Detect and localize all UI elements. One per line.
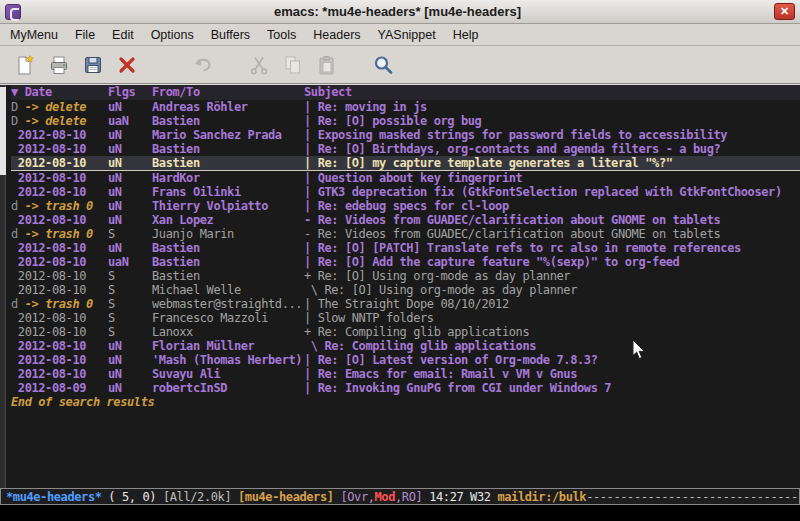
message-row[interactable]: 2012-08-10uNHardKor| Question about key … [11,171,800,185]
scrollbar-thumb[interactable] [0,87,6,175]
message-row[interactable]: 2012-08-10uNBastien| Re: [O] [PATCH] Tra… [11,241,800,255]
window-close-button[interactable]: ✕ [774,3,795,20]
message-row[interactable]: 2012-08-10uNFrans Oilinki| GTK3 deprecat… [11,185,800,199]
menu-item-headers[interactable]: Headers [313,28,360,42]
modeline-segment: maildir:/bulk [497,490,586,504]
message-subject: | GTK3 deprecation fix (GtkFontSelection… [304,185,800,199]
copy-icon [282,54,304,76]
undo-button[interactable] [186,50,220,80]
save-button[interactable] [76,50,110,80]
message-row[interactable]: 2012-08-10uN'Mash (Thomas Herbert)| Re: … [11,353,800,367]
message-flags: S [108,325,152,339]
message-flags: uN [108,128,152,142]
mode-line: *mu4e-headers* ( 5, 0) [All/2.0k] [mu4e-… [0,488,800,505]
message-row[interactable]: 2012-08-10SFrancesco Mazzoli| Slow NNTP … [11,311,800,325]
message-from: Michael Welle [152,283,304,297]
menu-item-edit[interactable]: Edit [112,28,134,42]
paste-icon [316,54,338,76]
message-from: Andreas Röhler [152,100,304,114]
modeline-segment: [Ovr, [340,490,374,504]
column-header-from[interactable]: From/To [152,85,304,100]
cut-icon [248,54,270,76]
message-flags: uaN [108,114,152,128]
message-date: 2012-08-10 [11,142,108,156]
message-date: 2012-08-10 [11,128,108,142]
message-flags: uN [108,142,152,156]
message-subject: | Re: [O] Latest version of Org-mode 7.8… [304,353,800,367]
message-row[interactable]: 2012-08-10uNSuvayu Ali| Re: Emacs for em… [11,367,800,381]
message-row[interactable]: d -> trash 0uNThierry Volpiatto| Re: ede… [11,199,800,213]
message-from: Lanoxx [152,325,304,339]
modeline-segment: [All/2.0k] [163,490,238,504]
mark-action: -> trash 0 [25,297,93,311]
menu-item-help[interactable]: Help [453,28,479,42]
message-date: 2012-08-10 [11,283,108,297]
close-buffer-button[interactable] [110,50,144,80]
menu-item-buffers[interactable]: Buffers [211,28,250,42]
message-row[interactable]: 2012-08-10uNMario Sanchez Prada| Exposin… [11,128,800,142]
paste-button[interactable] [310,50,344,80]
message-row[interactable]: D -> deleteuaNBastien| Re: [O] possible … [11,114,800,128]
modeline-segment: 14:27 W32 [429,490,497,504]
message-row[interactable]: 2012-08-10SBastien+ Re: [O] Using org-mo… [11,269,800,283]
message-flags: S [108,297,152,311]
message-date: 2012-08-10 [11,339,108,353]
message-row[interactable]: d -> trash 0Swebmaster@straightd...| The… [11,297,800,311]
menu-bar: MyMenuFileEditOptionsBuffersToolsHeaders… [0,24,800,46]
message-list: D -> deleteuNAndreas Röhler| Re: moving … [11,100,800,395]
print-button[interactable] [42,50,76,80]
new-file-button[interactable] [8,50,42,80]
message-row[interactable]: 2012-08-10uNBastien| Re: [O] my capture … [11,156,800,171]
title-bar: emacs: *mu4e-headers* [mu4e-headers] ✕ [0,0,800,24]
message-row[interactable]: d -> trash 0SJuanjo Marin- Re: Videos fr… [11,227,800,241]
cut-button[interactable] [242,50,276,80]
search-icon [372,54,394,76]
column-header-subject[interactable]: Subject [304,85,800,100]
message-row[interactable]: D -> deleteuNAndreas Röhler| Re: moving … [11,100,800,114]
message-subject: | Re: [O] Birthdays, org-contacts and ag… [304,142,800,156]
modeline-segment: ( 5, 0) [102,490,163,504]
message-date: 2012-08-10 [11,185,108,199]
message-flags: uN [108,381,152,395]
message-row[interactable]: 2012-08-10uNFlorian Müllner \ Re: Compil… [11,339,800,353]
message-mark: D -> delete [11,100,108,114]
message-row[interactable]: 2012-08-10SLanoxx+ Re: Compiling glib ap… [11,325,800,339]
menu-item-tools[interactable]: Tools [267,28,296,42]
minibuffer[interactable] [0,505,800,521]
message-row[interactable]: 2012-08-10uNBastien| Re: [O] Birthdays, … [11,142,800,156]
message-flags: uN [108,100,152,114]
message-from: Bastien [152,255,304,269]
mark-action: -> trash 0 [25,199,93,213]
message-flags: uN [108,171,152,185]
mark-char: D [11,114,25,128]
message-row[interactable]: 2012-08-10uNXan Lopez- Re: Videos from G… [11,213,800,227]
menu-item-mymenu[interactable]: MyMenu [10,28,58,42]
save-icon [82,54,104,76]
search-button[interactable] [366,50,400,80]
column-header-flags[interactable]: Flgs [108,85,152,100]
message-from: Bastien [152,269,304,283]
message-date: 2012-08-10 [11,325,108,339]
scrollbar[interactable] [0,85,6,488]
message-subject: | Question about key fingerprint [304,171,800,185]
copy-button[interactable] [276,50,310,80]
message-date: 2012-08-10 [11,241,108,255]
print-icon [48,54,70,76]
toolbar [0,46,800,84]
message-subject: \ Re: Compiling glib applications [304,339,800,353]
message-subject: | Re: moving in js [304,100,800,114]
column-header-row: ▼ Date Flgs From/To Subject [11,85,800,100]
message-mark: D -> delete [11,114,108,128]
message-row[interactable]: 2012-08-10SMichael Welle \ Re: [O] Using… [11,283,800,297]
message-subject: | Re: [O] [PATCH] Translate refs to rc a… [304,241,800,255]
message-row[interactable]: 2012-08-10uaNBastien| Re: [O] Add the ca… [11,255,800,269]
mark-char: d [11,199,25,213]
message-row[interactable]: 2012-08-09uNrobertcInSD| Re: Invoking Gn… [11,381,800,395]
message-from: Florian Müllner [152,339,304,353]
menu-item-file[interactable]: File [75,28,95,42]
column-header-date[interactable]: ▼ Date [11,85,108,100]
menu-item-options[interactable]: Options [151,28,194,42]
message-date: 2012-08-10 [11,269,108,283]
menu-item-yasnippet[interactable]: YASnippet [378,28,436,42]
message-date: 2012-08-10 [11,156,108,170]
